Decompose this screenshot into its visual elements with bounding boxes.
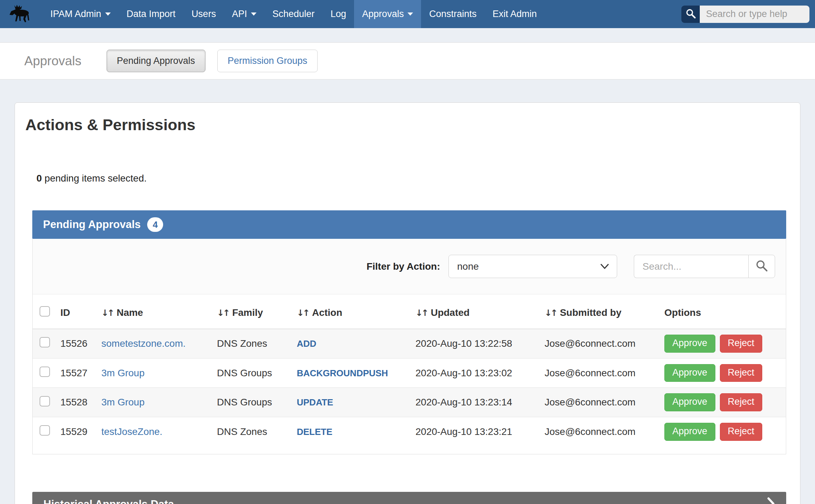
brand-moose-logo[interactable] <box>0 0 42 28</box>
cell-family: DNS Zones <box>214 329 294 359</box>
table-search-button[interactable] <box>748 255 775 278</box>
column-header-action: ↓↑Action <box>294 294 413 329</box>
column-label: Updated <box>431 307 470 318</box>
cell-updated: 2020-Aug-10 13:23:02 <box>413 358 542 388</box>
moose-icon <box>7 4 35 25</box>
action-filter-select-wrap: none <box>448 255 617 278</box>
column-header-options: Options <box>662 294 786 329</box>
column-header-family: ↓↑Family <box>214 294 294 329</box>
nav-item-scheduler[interactable]: Scheduler <box>264 0 323 28</box>
search-icon <box>756 260 768 274</box>
sort-icon[interactable]: ↓↑ <box>297 308 309 318</box>
nav-label: Scheduler <box>272 9 315 19</box>
cell-name-link[interactable]: 3m Group <box>101 368 145 378</box>
column-label: Submitted by <box>560 307 621 318</box>
column-label: ID <box>60 307 70 318</box>
row-checkbox[interactable] <box>40 425 50 436</box>
cell-updated: 2020-Aug-10 13:22:58 <box>413 329 542 359</box>
table-row: 15526 sometestzone.com. DNS Zones ADD 20… <box>33 329 786 359</box>
column-header-submitted-by: ↓↑Submitted by <box>542 294 662 329</box>
action-filter-select[interactable]: none <box>448 255 617 278</box>
nav-item-exit-admin[interactable]: Exit Admin <box>485 0 545 28</box>
approve-button[interactable]: Approve <box>664 335 715 353</box>
cell-action-link[interactable]: DELETE <box>297 427 333 437</box>
column-header-updated: ↓↑Updated <box>413 294 542 329</box>
cell-name-link[interactable]: testJoseZone. <box>101 426 162 437</box>
nav-item-constraints[interactable]: Constraints <box>421 0 485 28</box>
column-label: Options <box>664 307 701 318</box>
reject-button[interactable]: Reject <box>720 393 763 411</box>
global-search-button[interactable] <box>681 6 700 23</box>
column-header-id: ID <box>58 294 99 329</box>
pending-approvals-table: ID ↓↑Name ↓↑Family ↓↑Action ↓↑Updated ↓↑… <box>33 294 786 446</box>
cell-family: DNS Groups <box>214 388 294 417</box>
nav-label: Log <box>330 9 346 19</box>
cell-submitted-by: Jose@6connect.com <box>542 329 662 359</box>
page-header: Approvals Pending Approvals Permission G… <box>0 42 815 79</box>
approve-button[interactable]: Approve <box>664 393 715 411</box>
select-all-checkbox[interactable] <box>40 306 50 317</box>
cell-action-link[interactable]: UPDATE <box>297 397 333 408</box>
cell-name-link[interactable]: 3m Group <box>101 397 145 408</box>
nav-label: IPAM Admin <box>50 9 101 19</box>
nav-item-approvals[interactable]: Approvals <box>354 0 421 28</box>
cell-family: DNS Zones <box>214 417 294 446</box>
approve-button[interactable]: Approve <box>664 423 715 441</box>
sort-icon[interactable]: ↓↑ <box>415 308 427 318</box>
pending-approvals-header: Pending Approvals 4 <box>32 210 786 239</box>
nav-item-data-import[interactable]: Data Import <box>119 0 184 28</box>
section-heading: Actions & Permissions <box>25 116 800 134</box>
reject-button[interactable]: Reject <box>720 364 763 382</box>
global-search-group <box>681 6 809 23</box>
column-label: Name <box>117 307 143 318</box>
sort-icon[interactable]: ↓↑ <box>545 308 556 318</box>
nav-item-log[interactable]: Log <box>322 0 354 28</box>
table-row: 15529 testJoseZone. DNS Zones DELETE 202… <box>33 417 786 446</box>
nav-item-api[interactable]: API <box>224 0 264 28</box>
tab-pending-approvals[interactable]: Pending Approvals <box>107 50 205 72</box>
column-label: Action <box>312 307 342 318</box>
reject-button[interactable]: Reject <box>720 423 763 441</box>
row-checkbox[interactable] <box>40 337 50 347</box>
row-checkbox[interactable] <box>40 367 50 377</box>
reject-button[interactable]: Reject <box>720 335 763 353</box>
caret-down-icon <box>251 12 257 16</box>
row-checkbox[interactable] <box>40 396 50 406</box>
cell-family: DNS Groups <box>214 358 294 388</box>
historical-approvals-toggle[interactable]: Historical Approvals Data <box>32 492 786 504</box>
selected-count: 0 <box>36 173 42 184</box>
top-navbar: IPAM Admin Data Import Users API Schedul… <box>0 0 815 28</box>
cell-id: 15526 <box>58 329 99 359</box>
nav-item-ipam-admin[interactable]: IPAM Admin <box>42 0 119 28</box>
cell-submitted-by: Jose@6connect.com <box>542 388 662 417</box>
approve-button[interactable]: Approve <box>664 364 715 382</box>
table-row: 15528 3m Group DNS Groups UPDATE 2020-Au… <box>33 388 786 417</box>
actions-permissions-panel: Actions & Permissions 0 pending items se… <box>15 102 800 504</box>
nav-item-users[interactable]: Users <box>184 0 224 28</box>
cell-name-link[interactable]: sometestzone.com. <box>101 338 186 349</box>
tab-permission-groups[interactable]: Permission Groups <box>217 50 318 72</box>
filter-by-action-label: Filter by Action: <box>367 261 440 272</box>
nav-label: Exit Admin <box>493 9 537 19</box>
table-row: 15527 3m Group DNS Groups BACKGROUNDPUSH… <box>33 358 786 388</box>
table-bottom-padding <box>33 446 786 454</box>
nav-label: Users <box>192 9 216 19</box>
table-search-input[interactable] <box>634 255 748 278</box>
table-header-row: ID ↓↑Name ↓↑Family ↓↑Action ↓↑Updated ↓↑… <box>33 294 786 329</box>
caret-down-icon <box>408 12 413 16</box>
global-search-input[interactable] <box>700 6 809 23</box>
search-icon <box>686 8 696 20</box>
cell-updated: 2020-Aug-10 13:23:21 <box>413 417 542 446</box>
column-header-name: ↓↑Name <box>99 294 214 329</box>
cell-submitted-by: Jose@6connect.com <box>542 417 662 446</box>
cell-id: 15529 <box>58 417 99 446</box>
pending-count-badge: 4 <box>147 217 163 232</box>
sort-icon[interactable]: ↓↑ <box>101 308 113 318</box>
nav-label: Data Import <box>127 9 176 19</box>
cell-action-link[interactable]: ADD <box>297 338 316 349</box>
cell-id: 15528 <box>58 388 99 417</box>
sort-icon[interactable]: ↓↑ <box>217 308 229 318</box>
cell-action-link[interactable]: BACKGROUNDPUSH <box>297 368 388 378</box>
pending-approvals-container: Filter by Action: none <box>32 239 786 454</box>
page-title: Approvals <box>24 54 82 68</box>
